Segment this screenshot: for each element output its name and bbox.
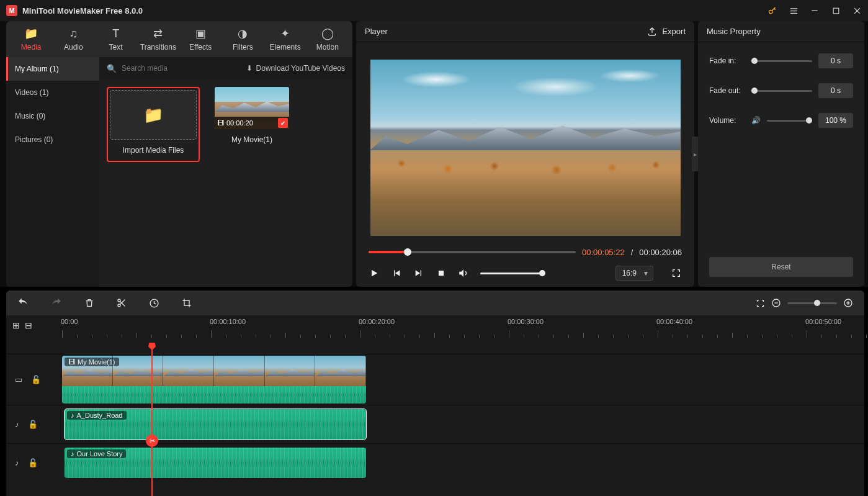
zoom-slider[interactable]	[787, 302, 837, 304]
filters-icon: ◑	[238, 27, 248, 40]
zoom-out-button[interactable]	[771, 298, 781, 308]
player-pane: Player Export 00:00:05:22 / 00:00:20:06	[356, 21, 694, 287]
volume-row: Volume: 🔊 100 %	[709, 113, 853, 128]
audio-clip-2[interactable]: ♪Our Love Story	[65, 448, 366, 478]
redo-button[interactable]	[51, 297, 62, 309]
preview-canvas[interactable]	[370, 60, 681, 236]
transition-icon: ⇄	[153, 27, 163, 40]
license-key-icon[interactable]	[767, 6, 777, 16]
reset-button[interactable]: Reset	[709, 257, 853, 277]
tab-audio[interactable]: ♫Audio	[53, 23, 93, 55]
album-my-album[interactable]: My Album (1)	[6, 57, 99, 81]
music-track-icon: ♪	[15, 458, 19, 467]
volume-prop-value[interactable]: 100 %	[818, 113, 853, 128]
current-time: 00:00:05:22	[582, 248, 625, 257]
properties-pane: ▸ Music Property Fade in: 0 s Fade out: …	[698, 21, 864, 287]
album-pictures[interactable]: Pictures (0)	[6, 128, 99, 151]
media-pane: 📁Media ♫Audio TText ⇄Transitions ▣Effect…	[6, 21, 352, 287]
album-list: My Album (1) Videos (1) Music (0) Pictur…	[6, 57, 99, 287]
fade-in-value[interactable]: 0 s	[818, 53, 853, 68]
music-icon: ♫	[69, 27, 78, 40]
fullscreen-button[interactable]	[671, 268, 682, 279]
tab-motion[interactable]: ◯Motion	[308, 23, 347, 55]
svg-point-3	[118, 299, 120, 302]
maximize-icon[interactable]	[831, 6, 841, 16]
import-media-highlight: 📁 Import Media Files	[107, 87, 200, 162]
delete-button[interactable]	[84, 298, 94, 308]
audio-track-1: ♪ 🔓 ♪A_Dusty_Road	[6, 405, 864, 443]
tracks-area: ✂ ▭ 🔓 🎞My Movie(1) ♪ 🔓	[6, 343, 864, 496]
seek-bar[interactable]	[369, 251, 576, 253]
folder-icon: 📁	[24, 27, 38, 40]
music-icon: ♪	[71, 450, 74, 458]
tab-text[interactable]: TText	[96, 23, 136, 55]
check-icon: ✔	[278, 118, 288, 128]
close-icon[interactable]	[852, 6, 862, 16]
menu-icon[interactable]	[789, 6, 799, 16]
app-title: MiniTool MovieMaker Free 8.0.0	[22, 6, 143, 16]
tab-elements[interactable]: ✦Elements	[266, 23, 305, 55]
sparkle-icon: ✦	[280, 27, 290, 40]
app-logo: M	[6, 5, 17, 16]
media-name: My Movie(1)	[231, 135, 272, 144]
speaker-icon: 🔊	[751, 116, 761, 125]
audio-track-2: ♪ 🔓 ♪Our Love Story	[6, 443, 864, 482]
playhead[interactable]: ✂	[151, 343, 153, 496]
volume-icon[interactable]	[458, 268, 469, 279]
lock-icon[interactable]: 🔓	[31, 375, 41, 384]
fade-out-row: Fade out: 0 s	[709, 83, 853, 98]
total-time: 00:00:20:06	[639, 248, 682, 257]
speed-button[interactable]	[149, 298, 159, 309]
minimize-icon[interactable]	[810, 6, 820, 16]
export-icon	[647, 27, 657, 37]
tab-media[interactable]: 📁Media	[11, 23, 51, 55]
video-clip[interactable]: 🎞My Movie(1)	[62, 356, 366, 404]
fade-out-value[interactable]: 0 s	[818, 83, 853, 98]
volume-prop-slider[interactable]	[767, 120, 812, 122]
export-button[interactable]: Export	[647, 27, 686, 37]
volume-slider[interactable]	[480, 273, 542, 274]
play-button[interactable]	[369, 268, 380, 279]
add-track-button[interactable]: ⊞	[12, 320, 20, 330]
tab-transitions[interactable]: ⇄Transitions	[138, 23, 178, 55]
tab-effects[interactable]: ▣Effects	[181, 23, 220, 55]
titlebar: M MiniTool MovieMaker Free 8.0.0	[0, 0, 868, 21]
lock-icon[interactable]: 🔓	[28, 420, 38, 429]
prev-frame-button[interactable]	[391, 268, 402, 279]
media-thumbnail: 🎞 00:00:20 ✔	[215, 87, 289, 129]
folder-open-icon: 📁	[143, 106, 163, 125]
fade-out-slider[interactable]	[751, 90, 812, 92]
time-ruler[interactable]: 00:0000:00:10:0000:00:20:0000:00:30:0000…	[62, 315, 864, 343]
lock-icon[interactable]: 🔓	[28, 458, 38, 467]
album-music[interactable]: Music (0)	[6, 104, 99, 128]
cloud-download-icon: ⬇	[246, 64, 253, 73]
next-frame-button[interactable]	[413, 268, 424, 279]
tab-filters[interactable]: ◑Filters	[223, 23, 262, 55]
fade-in-row: Fade in: 0 s	[709, 53, 853, 68]
audio-clip-1[interactable]: ♪A_Dusty_Road	[65, 409, 366, 440]
import-media-button[interactable]: 📁	[110, 90, 197, 140]
undo-button[interactable]	[17, 297, 29, 309]
crop-button[interactable]	[182, 298, 192, 308]
preview-area	[356, 42, 694, 245]
film-icon: 🎞	[217, 119, 224, 127]
tabbar: 📁Media ♫Audio TText ⇄Transitions ▣Effect…	[6, 21, 352, 57]
album-videos[interactable]: Videos (1)	[6, 81, 99, 104]
fit-zoom-button[interactable]	[756, 299, 765, 308]
svg-rect-1	[833, 8, 839, 14]
download-youtube-link[interactable]: ⬇ Download YouTube Videos	[246, 64, 345, 73]
zoom-in-button[interactable]	[843, 298, 853, 308]
text-icon: T	[112, 27, 119, 40]
effects-icon: ▣	[195, 27, 206, 40]
search-input[interactable]	[122, 64, 241, 73]
properties-title: Music Property	[707, 27, 761, 36]
split-button[interactable]	[117, 298, 127, 308]
svg-point-4	[118, 304, 120, 307]
media-item[interactable]: 🎞 00:00:20 ✔ My Movie(1)	[208, 87, 295, 144]
stop-button[interactable]	[436, 268, 447, 279]
aspect-ratio-select[interactable]: 16:9	[615, 266, 653, 281]
media-duration: 00:00:20	[226, 119, 253, 127]
fade-in-slider[interactable]	[751, 60, 812, 62]
remove-track-button[interactable]: ⊟	[25, 320, 32, 330]
collapse-handle[interactable]: ▸	[692, 137, 698, 171]
